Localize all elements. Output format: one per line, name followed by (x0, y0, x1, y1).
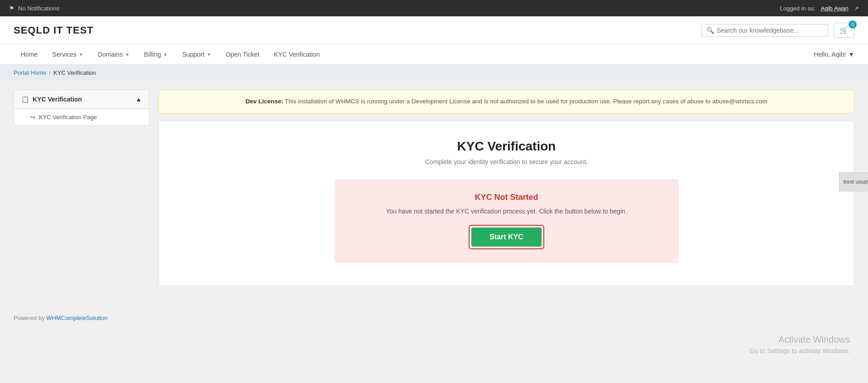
chevron-down-icon: ▼ (79, 52, 83, 57)
nav-item-home[interactable]: Home (14, 44, 45, 64)
brand-name: SEQLD IT TEST (14, 24, 94, 36)
footer: Powered by WHMCompleteSolution (0, 307, 868, 329)
search-icon: 🔍 (706, 27, 714, 34)
nav-item-billing[interactable]: Billing ▼ (137, 44, 175, 64)
whmcs-link[interactable]: WHMCompleteSolution (46, 315, 107, 321)
dev-license-banner: Dev License: This installation of WHMCS … (158, 90, 854, 113)
powered-by-label: Powered by (14, 315, 46, 321)
nav-left: Home Services ▼ Domains ▼ Billing ▼ Supp… (14, 44, 327, 64)
nav-item-support[interactable]: Support ▼ (175, 44, 218, 64)
chevron-down-icon: ▼ (206, 52, 211, 57)
nav-right: Hello, Aqib! ▼ (814, 44, 854, 64)
nav-item-domains[interactable]: Domains ▼ (91, 44, 137, 64)
header-right: 🔍 🛒 0 (701, 23, 854, 38)
content-area: Dev License: This installation of WHMCS … (158, 90, 854, 298)
flag-icon: ⚑ (9, 5, 14, 12)
breadcrumb-separator: / (49, 69, 51, 76)
hello-user-label: Hello, Aqib! (814, 51, 846, 58)
header: SEQLD IT TEST 🔍 🛒 0 (0, 16, 868, 44)
kyc-start-btn-wrapper: Start KYC (469, 225, 544, 249)
nav-item-kyc-verification[interactable]: KYC Verification (267, 44, 327, 64)
chevron-down-icon: ▼ (848, 51, 854, 58)
chevron-down-icon: ▼ (163, 52, 168, 57)
logged-in-label: Logged in as: (780, 5, 815, 12)
return-to-admin-tab[interactable]: Return to admin area (839, 172, 868, 192)
kyc-status-box: KYC Not Started You have not started the… (335, 179, 679, 263)
share-icon: ↗ (854, 5, 859, 12)
start-kyc-button[interactable]: Start KYC (471, 228, 542, 247)
breadcrumb-home[interactable]: Portal Home (14, 69, 46, 76)
chevron-up-icon: ▲ (135, 96, 142, 103)
main-nav: Home Services ▼ Domains ▼ Billing ▼ Supp… (0, 44, 868, 65)
breadcrumb: Portal Home / KYC Verification (0, 65, 868, 81)
top-bar-left: ⚑ No Notifications (9, 5, 59, 12)
dev-license-text: This installation of WHMCS is running un… (283, 98, 767, 105)
kyc-status-title: KYC Not Started (344, 193, 670, 202)
kyc-title: KYC Verification (173, 139, 840, 154)
username-label[interactable]: Aqib Awan (821, 5, 849, 12)
sidebar-section-title: KYC Verification (33, 96, 82, 103)
sidebar-section-header[interactable]: 📋 KYC Verification ▲ (14, 90, 149, 109)
top-bar: ⚑ No Notifications Logged in as: Aqib Aw… (0, 0, 868, 16)
chevron-down-icon: ▼ (125, 52, 129, 57)
sidebar-section: 📋 KYC Verification ▲ ↪ KYC Verification … (14, 90, 149, 126)
nav-item-open-ticket[interactable]: Open Ticket (218, 44, 267, 64)
arrow-right-icon: ↪ (30, 114, 35, 121)
breadcrumb-current: KYC Verification (53, 69, 96, 76)
top-bar-right: Logged in as: Aqib Awan ↗ (780, 5, 859, 12)
cart-button[interactable]: 🛒 0 (834, 23, 854, 38)
sidebar-item-label: KYC Verification Page (39, 114, 97, 121)
cart-badge: 0 (849, 20, 857, 29)
dev-license-bold: Dev License: (245, 98, 283, 105)
kyc-card: KYC Verification Complete your identity … (158, 121, 854, 286)
kyc-subtitle: Complete your identity verification to s… (173, 158, 840, 165)
no-notifications-label: No Notifications (18, 5, 59, 12)
hello-user-dropdown[interactable]: Hello, Aqib! ▼ (814, 44, 854, 64)
kyc-status-desc: You have not started the KYC verificatio… (344, 208, 670, 215)
nav-item-services[interactable]: Services ▼ (45, 44, 91, 64)
main-layout: 📋 KYC Verification ▲ ↪ KYC Verification … (0, 81, 868, 307)
sidebar-item-kyc-page[interactable]: ↪ KYC Verification Page (14, 109, 149, 125)
id-card-icon: 📋 (21, 96, 29, 103)
sidebar: 📋 KYC Verification ▲ ↪ KYC Verification … (14, 90, 149, 298)
sidebar-header-left: 📋 KYC Verification (21, 96, 82, 103)
search-input[interactable] (717, 27, 823, 34)
search-box[interactable]: 🔍 (701, 24, 828, 37)
